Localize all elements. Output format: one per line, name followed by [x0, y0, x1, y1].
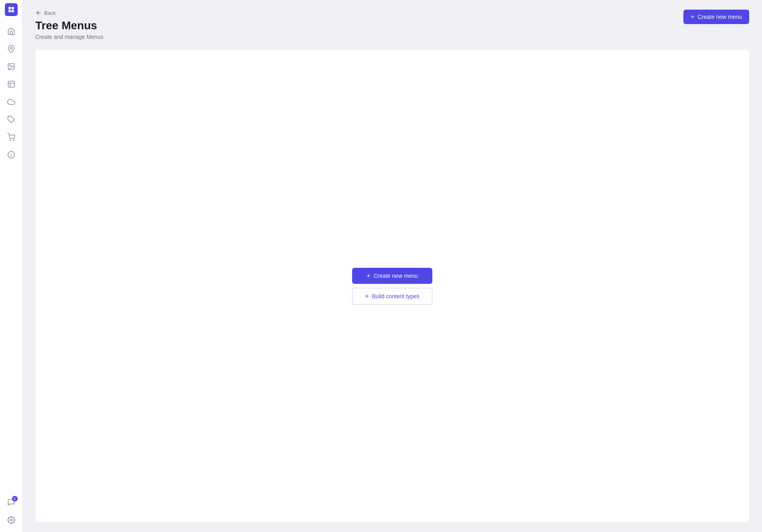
svg-rect-3	[11, 10, 14, 12]
plus-icon-center: +	[367, 273, 370, 279]
home-icon[interactable]	[3, 23, 19, 39]
cloud-icon[interactable]	[3, 94, 19, 110]
image-icon[interactable]	[3, 59, 19, 75]
puzzle-icon[interactable]	[3, 111, 19, 127]
info-icon[interactable]	[3, 147, 19, 163]
plus-icon: +	[691, 14, 694, 20]
svg-rect-2	[8, 10, 11, 12]
svg-point-12	[13, 140, 14, 141]
svg-point-16	[10, 519, 12, 521]
svg-point-11	[10, 140, 10, 141]
center-actions: + Create new menu + Build content types	[352, 268, 432, 305]
svg-rect-1	[11, 7, 14, 9]
create-new-menu-header-button[interactable]: + Create new menu	[683, 10, 749, 24]
build-content-types-button[interactable]: + Build content types	[352, 288, 432, 305]
svg-point-4	[10, 47, 12, 49]
header-left: Back Tree Menus Create and manage Menus	[35, 10, 103, 40]
cart-icon[interactable]	[3, 129, 19, 145]
app-logo[interactable]	[5, 3, 18, 16]
create-new-menu-center-button[interactable]: + Create new menu	[352, 268, 432, 284]
chat-icon[interactable]: 1	[3, 494, 19, 510]
page-header: Back Tree Menus Create and manage Menus …	[35, 10, 749, 40]
pin-icon[interactable]	[3, 41, 19, 57]
notification-badge: 1	[12, 496, 18, 502]
settings-icon[interactable]	[3, 512, 19, 528]
content-area: + Create new menu + Build content types	[35, 50, 749, 522]
main-content: Back Tree Menus Create and manage Menus …	[22, 0, 762, 532]
plus-icon-build: +	[365, 293, 369, 299]
svg-rect-0	[8, 7, 11, 9]
page-subtitle: Create and manage Menus	[35, 34, 103, 40]
back-link[interactable]: Back	[35, 10, 103, 16]
sidebar: 1	[0, 0, 22, 532]
page-title: Tree Menus	[35, 19, 103, 32]
svg-rect-7	[8, 81, 14, 87]
svg-point-6	[9, 65, 10, 66]
layout-icon[interactable]	[3, 76, 19, 92]
